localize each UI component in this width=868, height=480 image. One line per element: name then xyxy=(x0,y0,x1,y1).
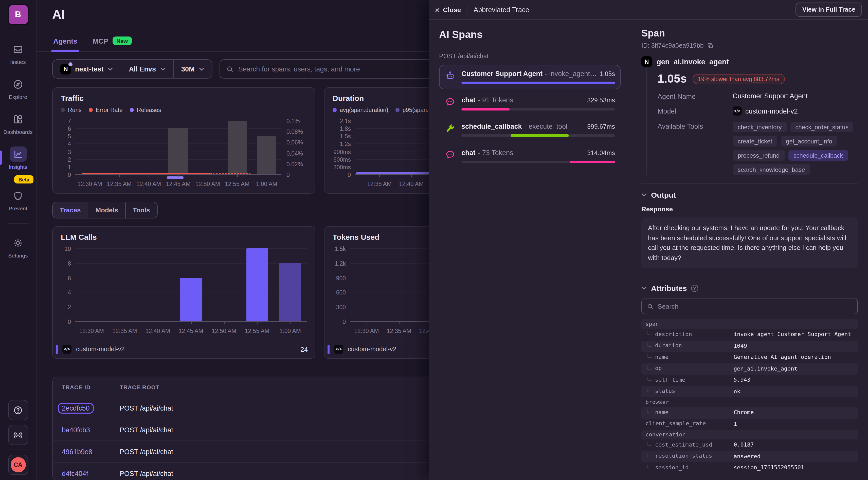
inbox-icon xyxy=(9,41,27,57)
y-axis-label: 1.5s xyxy=(340,134,351,140)
view-tab-traces[interactable]: Traces xyxy=(53,202,88,218)
ai-spans-panel: AI Spans POST /api/ai/chat Customer Supp… xyxy=(429,20,631,480)
span-row[interactable]: chat- 73 Tokens314.04ms xyxy=(439,144,621,168)
sidebar-item-settings[interactable]: Settings xyxy=(0,235,36,258)
tool-chip[interactable]: check_order_status xyxy=(790,122,853,132)
attribute-key: browser xyxy=(645,399,734,406)
span-name: Customer Support Agent xyxy=(461,70,542,77)
model-name: custom-model-v2 xyxy=(76,346,125,353)
attribute-row: client_sample_rate1 xyxy=(641,418,858,430)
sidebar-item-explore[interactable]: Explore xyxy=(0,76,36,100)
span-progress-fill xyxy=(510,134,569,137)
legend-label: Releases xyxy=(137,107,161,113)
broadcast-button[interactable] xyxy=(8,425,28,445)
project-filter[interactable]: N next-test xyxy=(53,60,121,78)
trace-id-cell: 2ecdfc50 xyxy=(53,404,120,412)
help-button[interactable] xyxy=(8,400,28,420)
active-nav-indicator xyxy=(0,151,2,165)
slower-than-avg-badge: 19% slower than avg 883.72ms xyxy=(692,74,785,84)
tree-connector-icon xyxy=(647,365,652,369)
tool-chip[interactable]: get_account_info xyxy=(781,136,837,147)
attributes-search-input[interactable] xyxy=(658,302,852,310)
chart-bar xyxy=(246,248,268,321)
trace-id-cell: 4961b9e8 xyxy=(53,448,120,455)
sidebar-item-insights[interactable]: Insights xyxy=(0,147,36,170)
sidebar-item-issues[interactable]: Issues xyxy=(0,41,36,65)
chart-gridline xyxy=(75,248,307,249)
attribute-key: duration xyxy=(645,342,734,349)
view-tab-models[interactable]: Models xyxy=(88,202,125,218)
header-divider xyxy=(467,4,467,15)
legend-item[interactable]: Error Rate xyxy=(89,107,123,113)
sidebar-item-dashboards[interactable]: Dashboards xyxy=(0,111,36,135)
environment-filter[interactable]: All Envs xyxy=(121,60,174,78)
legend-item[interactable]: Runs xyxy=(61,107,82,113)
tokens-used-chart-title: Tokens Used xyxy=(333,233,379,241)
attribute-key: op xyxy=(645,365,734,372)
x-axis-label: 1:00 AM xyxy=(256,181,277,187)
copy-icon[interactable] xyxy=(707,42,714,49)
y-axis-label: 0 xyxy=(68,172,71,178)
response-text: After checking our systems, I have an up… xyxy=(641,218,858,268)
org-logo-button[interactable]: B xyxy=(7,4,29,25)
trace-id-link[interactable]: 4961b9e8 xyxy=(62,448,92,455)
x-axis-label: 12:35 AM xyxy=(367,181,392,187)
span-progress-track xyxy=(461,161,615,163)
tool-chip[interactable]: create_ticket xyxy=(733,136,777,147)
sidebar-item-prevent[interactable]: Prevent xyxy=(0,188,36,211)
y-axis-label: 0 xyxy=(342,319,346,325)
llm-calls-footer[interactable]: </> custom-model-v2 24 xyxy=(53,340,315,358)
tree-connector-icon xyxy=(647,353,652,358)
available-tools-field: Available Tools check_inventorycheck_ord… xyxy=(658,122,858,175)
attributes-section-header[interactable]: Attributes ? xyxy=(641,284,858,292)
span-detail-panel: Span ID: 3ff74c9a5ea919bb N gen_ai.invok… xyxy=(631,20,868,480)
tool-chip[interactable]: process_refund xyxy=(733,150,784,161)
tool-chip[interactable]: check_inventory xyxy=(733,122,786,132)
x-axis-tick xyxy=(178,175,179,178)
trace-id-link[interactable]: d4fc404f xyxy=(62,470,88,477)
tool-chip[interactable]: search_knowledge_base xyxy=(733,164,810,175)
org-logo-letter: B xyxy=(15,10,21,20)
user-menu-button[interactable]: CA xyxy=(8,455,28,475)
llm-calls-chart: 024681012:30 AM12:35 AM12:40 AM12:45 AM1… xyxy=(75,249,307,322)
attribute-row: span xyxy=(641,319,858,329)
sidebar-nav: IssuesExploreDashboardsInsightsBetaPreve… xyxy=(0,41,36,258)
view-full-trace-button[interactable]: View in Full Trace xyxy=(796,3,862,17)
output-section-header[interactable]: Output xyxy=(641,191,858,199)
attribute-row: duration1049 xyxy=(641,340,858,352)
search-icon xyxy=(647,303,654,310)
chart-gridline xyxy=(75,263,307,263)
project-notification-dot xyxy=(68,62,72,66)
series-color-pill xyxy=(328,344,330,354)
model-field: Model </>custom-model-v2 xyxy=(658,106,858,116)
insights-icon xyxy=(9,147,27,162)
span-row[interactable]: schedule_callback- execute_tool399.67ms xyxy=(439,118,621,142)
attribute-row: nameChrome xyxy=(641,407,858,418)
spans-group-label: POST /api/ai/chat xyxy=(439,53,621,60)
attribute-value: Generative AI agent operation xyxy=(734,353,854,362)
close-button[interactable]: ×Close xyxy=(435,6,461,13)
tab-agents[interactable]: Agents xyxy=(53,30,77,51)
legend-item[interactable]: avg(span.duration) xyxy=(333,107,389,113)
view-tab-tools[interactable]: Tools xyxy=(125,202,157,218)
span-progress-fill xyxy=(461,82,615,84)
attribute-row: conversation xyxy=(641,430,858,440)
tool-chip[interactable]: schedule_callback xyxy=(788,150,848,161)
trace-id-link[interactable]: 2ecdfc50 xyxy=(58,403,94,413)
y-axis-label-right: 0 xyxy=(286,172,290,178)
output-section: Output Response After checking our syste… xyxy=(641,184,858,268)
legend-item[interactable]: Releases xyxy=(130,107,161,113)
tab-mcp[interactable]: MCPNew xyxy=(93,30,132,51)
attribute-row: opgen_ai.invoke_agent xyxy=(641,363,858,375)
time-range-filter[interactable]: 30M xyxy=(173,60,212,78)
search-icon xyxy=(226,65,234,73)
trace-id-link[interactable]: ba40fcb3 xyxy=(62,426,90,434)
trace-root-cell: POST /api/ai/chat xyxy=(120,404,173,412)
attribute-value: 1049 xyxy=(734,342,854,350)
x-axis-label: 12:55 AM xyxy=(225,181,249,187)
span-row[interactable]: Customer Support Agent- invoke_agent (cu… xyxy=(439,65,621,89)
span-row[interactable]: chat- 91 Tokens329.53ms xyxy=(439,91,621,116)
y-axis-label: 3 xyxy=(68,149,71,155)
chart-gridline xyxy=(75,121,281,121)
y-axis-label-right: 0.02% xyxy=(286,161,303,167)
